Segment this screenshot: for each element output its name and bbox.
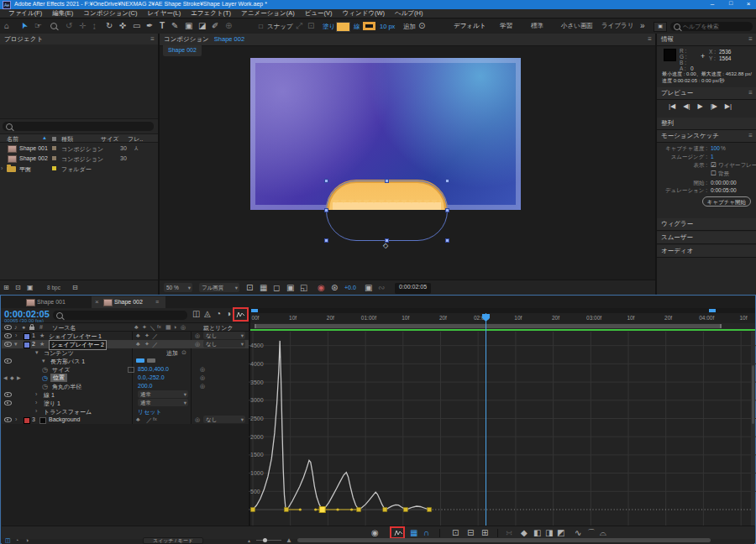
pen-tool-icon[interactable]: ✒ [146, 21, 153, 31]
ease-in-icon[interactable]: ⌒ [587, 528, 596, 538]
dolly-camera-tool-icon[interactable]: ↨ [92, 21, 97, 31]
auto-zoom-graph-icon[interactable]: ⊡ [452, 528, 459, 538]
timeline-zoom-slider[interactable] [256, 540, 281, 541]
selection-handle-bottom-right[interactable] [445, 238, 449, 243]
fit-all-graphs-icon[interactable]: ⊞ [481, 528, 488, 538]
pickwhip-icon[interactable]: ◎ [195, 341, 200, 348]
close-tab-icon[interactable]: × [95, 298, 99, 306]
smoother-panel-header[interactable]: スムーザー [657, 232, 756, 244]
type-tool-icon[interactable]: T [160, 21, 165, 31]
menu-composition[interactable]: コンポジション(C) [78, 9, 142, 18]
orbit-camera-tool-icon[interactable]: ↺ [66, 21, 72, 31]
parent-select[interactable]: なし▾ [203, 416, 245, 423]
eye-icon[interactable] [4, 392, 12, 397]
expand-icon[interactable]: › [1, 165, 3, 171]
workspace-tab-default[interactable]: デフォルト [454, 22, 486, 30]
easy-ease-icon[interactable]: ∿ [575, 528, 581, 538]
project-row-shape001[interactable]: Shape 001 コンポジション 30 ⅄ [0, 144, 158, 154]
shy-icon[interactable]: ♣ [136, 416, 140, 422]
resolution-select[interactable]: フル画質▾ [199, 283, 239, 292]
play-button[interactable]: ▶ [697, 102, 702, 110]
zoom-level-select[interactable]: 50 %▾ [164, 283, 192, 292]
menu-edit[interactable]: 編集(E) [47, 9, 78, 18]
layer-color-chip[interactable] [24, 333, 30, 340]
constrain-icon[interactable] [128, 367, 134, 373]
interpret-footage-icon[interactable]: ⊞ [3, 283, 9, 293]
selection-handle-top-right[interactable] [445, 179, 449, 183]
expand-in-out-icon[interactable]: ◫ [5, 537, 11, 544]
pickwhip-icon[interactable]: ◎ [195, 416, 200, 423]
capture-panel-icon[interactable]: ▣ [654, 22, 667, 32]
rotate-tool-icon[interactable]: ↻ [106, 21, 113, 31]
contents-group-row[interactable]: ▾ コンテンツ 追加 ⊙ [2, 348, 249, 357]
workspace-tab-learn[interactable]: 学習 [500, 22, 512, 30]
column-size[interactable]: サイズ [101, 135, 119, 144]
include-in-graph-icon[interactable]: ◎ [200, 374, 205, 381]
expand-icon[interactable]: › [15, 416, 17, 422]
fill-swatch[interactable] [336, 22, 350, 32]
effects-icon[interactable]: fx [153, 416, 157, 421]
motion-blur-icon[interactable]: ◑ [226, 309, 231, 319]
minimize-button[interactable]: – [704, 0, 721, 9]
duration-value[interactable]: 0:00:05:00 [711, 187, 737, 193]
shape-tool-icon[interactable]: ▭ [133, 21, 140, 31]
channel-select-icon[interactable]: ◉ [318, 283, 325, 293]
work-area-bar[interactable] [250, 323, 755, 329]
property-value[interactable]: 850.0,400.0 [138, 366, 169, 372]
add-gear-icon[interactable]: ⊙ [418, 21, 425, 31]
timeline-tab-shape002[interactable]: × Shape 002 ≡ [92, 296, 165, 308]
align-panel-header[interactable]: 整列 [657, 118, 756, 130]
bezier-interpolation-icon[interactable]: ◩ [557, 528, 564, 538]
expand-render-time-icon[interactable]: ◔ [15, 537, 18, 543]
zoom-out-timeline-icon[interactable]: ▴ [248, 537, 250, 543]
layer-color-chip[interactable] [24, 342, 30, 348]
label-color-chip[interactable] [52, 166, 56, 170]
expand-icon[interactable]: › [35, 408, 37, 414]
snap-checkbox[interactable]: □ [259, 23, 263, 30]
horizontal-scrollbar[interactable] [297, 538, 711, 542]
layer-row-2-selected[interactable]: ▾ 2 ★ シェイプレイヤー 2 ♣ ✦ ／ ◎ なし▾ [2, 340, 249, 348]
audio-panel-header[interactable]: オーディオ [657, 245, 756, 258]
path-direction-icon-2[interactable] [147, 358, 155, 363]
menu-effect[interactable]: エフェクト(T) [186, 9, 236, 18]
property-value[interactable]: 0.0,-252.0 [138, 374, 165, 380]
start-capture-button[interactable]: キャプチャ開始 [702, 196, 751, 207]
project-row-solids-folder[interactable]: › 平面 フォルダー [0, 164, 158, 174]
home-icon[interactable]: ⌂ [4, 21, 9, 31]
stopwatch-icon[interactable]: ◷ [42, 383, 48, 390]
rect-path-row[interactable]: ▾ 長方形パス 1 [2, 357, 249, 365]
exposure-value[interactable]: +0.0 [344, 285, 356, 290]
column-name[interactable]: 名前 [7, 135, 18, 144]
workspace-tab-libraries[interactable]: ライブラリ [601, 22, 633, 30]
stroke-group-row[interactable]: › 線 1 通常▾ [2, 390, 249, 399]
selection-handle-top-left[interactable] [324, 179, 328, 183]
brush-tool-icon[interactable]: ✎ [171, 21, 178, 31]
eye-icon[interactable] [4, 400, 12, 405]
puppet-tool-icon[interactable]: ⊕ [225, 21, 232, 31]
first-frame-button[interactable]: |◀ [669, 102, 675, 110]
separate-dimensions-icon[interactable]: ∺ [506, 528, 512, 538]
eye-icon[interactable] [4, 417, 12, 422]
switches-modes-button[interactable]: スイッチ / モード [143, 537, 203, 544]
parent-select[interactable]: なし▾ [203, 332, 245, 339]
blend-mode-select[interactable]: 通常▾ [138, 399, 188, 406]
selection-handle-mid-left[interactable] [324, 208, 328, 212]
path-direction-icon[interactable] [136, 358, 144, 363]
preview-panel-header[interactable]: プレビュー≡ [657, 87, 756, 100]
shape-selection-outline[interactable] [326, 180, 448, 241]
maximize-button[interactable]: □ [722, 0, 739, 9]
exposure-gear-icon[interactable]: ⊛ [331, 283, 338, 293]
help-search-box[interactable]: ヘルプを検索 [670, 22, 753, 31]
viewer-comp-tab[interactable]: Shape 002 [163, 45, 202, 56]
rasterize-icon[interactable]: ✦ [144, 341, 150, 348]
composition-panel-header[interactable]: コンポジション Shape 002 ≡ [160, 34, 655, 46]
workspace-overflow-icon[interactable]: » [640, 21, 645, 31]
snap-angle-icon[interactable]: ⤢ [296, 21, 302, 31]
property-value[interactable]: 200.0 [138, 383, 153, 389]
panel-menu-icon[interactable]: ≡ [748, 35, 753, 43]
roto-brush-tool-icon[interactable]: ✐ [212, 21, 218, 31]
label-color-chip[interactable] [52, 156, 56, 160]
info-panel-header[interactable]: 情報≡ [657, 34, 756, 46]
pan-behind-tool-icon[interactable]: ✜ [119, 21, 126, 31]
last-frame-button[interactable]: ▶| [725, 102, 732, 110]
